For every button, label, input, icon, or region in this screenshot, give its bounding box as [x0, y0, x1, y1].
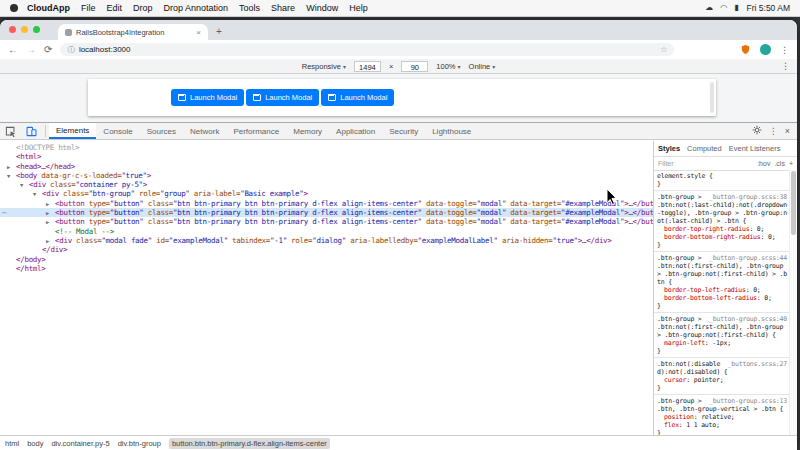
devtools-tab-security[interactable]: Security — [382, 123, 425, 139]
viewport-width-input[interactable]: 1494 — [354, 61, 381, 72]
css-declaration[interactable]: margin-left: -1px; — [657, 339, 787, 347]
back-button[interactable]: ← — [8, 45, 18, 55]
menu-item-share[interactable]: Share — [271, 3, 295, 13]
tree-node[interactable]: ▶<button type="button" class="btn btn-pr… — [0, 199, 653, 208]
breadcrumb-item[interactable]: div.btn-group — [118, 439, 161, 448]
styles-scrollbar[interactable] — [789, 170, 797, 435]
menu-item-drop[interactable]: Drop — [133, 3, 153, 13]
devtools-tab-network[interactable]: Network — [183, 123, 226, 139]
throttling-select[interactable]: Online ▾ — [469, 62, 496, 71]
tab-close-icon[interactable]: × — [196, 28, 201, 37]
launch-modal-button[interactable]: Launch Modal — [321, 89, 394, 106]
tree-node[interactable]: ▶<button type="button" class="btn btn-pr… — [0, 217, 653, 226]
menu-item-window[interactable]: Window — [306, 3, 338, 13]
zoom-window-button[interactable] — [33, 26, 40, 33]
collapse-arrow-icon[interactable]: ▼ — [20, 181, 23, 189]
tree-node[interactable]: ▶<head>…</head> — [0, 162, 653, 171]
expand-arrow-icon[interactable]: ▶ — [46, 209, 49, 217]
tree-node[interactable]: <html> — [0, 152, 653, 161]
stylesheet-link[interactable]: _button-group.scss:44 — [709, 254, 787, 262]
menubar-clock[interactable]: Fri 5:50 AM — [747, 3, 790, 13]
menu-item-edit[interactable]: Edit — [107, 3, 123, 13]
stylesheet-link[interactable]: _button-group.scss:38 — [709, 193, 787, 201]
breadcrumb-item[interactable]: html — [5, 439, 19, 448]
reload-button[interactable]: ⟳ — [44, 45, 52, 55]
css-declaration[interactable]: flex: 1 1 auto; — [657, 421, 787, 429]
breadcrumb-item[interactable]: button.btn.btn-primary.d-flex.align-item… — [169, 438, 330, 449]
settings-gear-icon[interactable] — [752, 125, 762, 137]
forward-button[interactable]: → — [26, 45, 36, 55]
styles-filter-input[interactable]: Filter — [658, 160, 753, 167]
close-window-button[interactable] — [9, 26, 16, 33]
device-toolbar-menu-icon[interactable]: ⋮ — [781, 61, 790, 71]
tree-node[interactable]: <!-- Modal --> — [0, 227, 653, 236]
sidebar-tab-event-listeners[interactable]: Event Listeners — [729, 144, 781, 153]
menu-item-file[interactable]: File — [81, 3, 96, 13]
css-declaration[interactable]: border-top-right-radius: 0; — [657, 225, 787, 233]
wifi-icon[interactable]: ◠ — [720, 4, 727, 12]
extension-shield-icon[interactable] — [740, 44, 751, 55]
expand-arrow-icon[interactable]: ▶ — [46, 218, 49, 226]
new-tab-button[interactable]: + — [216, 27, 222, 37]
browser-tab[interactable]: RailsBootstrap4Integration × — [58, 24, 208, 40]
devtools-tab-sources[interactable]: Sources — [140, 123, 183, 139]
zoom-select[interactable]: 100% ▾ — [436, 62, 460, 71]
bookmark-star-icon[interactable]: ☆ — [660, 45, 667, 54]
collapse-arrow-icon[interactable]: ▼ — [33, 190, 36, 198]
tree-node[interactable]: </div> — [0, 245, 653, 254]
devtools-tab-performance[interactable]: Performance — [226, 123, 286, 139]
inspect-element-icon[interactable] — [0, 126, 21, 137]
menu-item-tools[interactable]: Tools — [239, 3, 260, 13]
css-declaration[interactable]: border-bottom-left-radius: 0; — [657, 294, 787, 302]
tree-node[interactable]: </html> — [0, 264, 653, 273]
collapse-arrow-icon[interactable]: ▼ — [7, 172, 10, 180]
devtools-tab-application[interactable]: Application — [329, 123, 382, 139]
tree-node[interactable]: ⋯▶<button type="button" class="btn btn-p… — [0, 208, 653, 217]
battery-icon[interactable]: ▮ — [734, 4, 738, 12]
profile-avatar[interactable] — [760, 44, 771, 55]
stylesheet-link[interactable]: _button-group.scss:40 — [709, 315, 787, 323]
launch-modal-button[interactable]: Launch Modal — [171, 89, 244, 106]
menubar-app-name[interactable]: CloudApp — [27, 3, 70, 13]
breadcrumb-item[interactable]: div.container.py-5 — [51, 439, 109, 448]
menu-item-drop-annotation[interactable]: Drop Annotation — [164, 3, 229, 13]
minimize-window-button[interactable] — [21, 26, 28, 33]
expand-arrow-icon[interactable]: ▶ — [46, 237, 49, 245]
css-declaration[interactable]: position: relative; — [657, 413, 787, 421]
stylesheet-link[interactable]: _buttons.scss:27 — [728, 360, 787, 368]
styles-filter-button[interactable]: + — [789, 160, 793, 167]
menu-item-help[interactable]: Help — [349, 3, 368, 13]
viewport-height-input[interactable]: 90 — [401, 61, 428, 72]
sidebar-tab-computed[interactable]: Computed — [687, 144, 722, 153]
device-toolbar-toggle-icon[interactable] — [21, 126, 42, 137]
breadcrumb-item[interactable]: body — [27, 439, 43, 448]
sidebar-tab-styles[interactable]: Styles — [658, 144, 680, 153]
browser-menu-icon[interactable]: ⋮ — [780, 45, 789, 55]
css-declaration[interactable]: border-bottom-right-radius: 0; — [657, 233, 787, 241]
rule-selector[interactable]: element.style { — [657, 172, 713, 180]
devtools-menu-icon[interactable]: ⋮ — [769, 126, 778, 136]
stylesheet-link[interactable]: _button-group.scss:13 — [709, 397, 787, 405]
devtools-tab-elements[interactable]: Elements — [49, 123, 96, 139]
tree-node[interactable]: <!DOCTYPE html> — [0, 143, 653, 152]
expand-arrow-icon[interactable]: ▶ — [7, 163, 10, 171]
device-type-select[interactable]: Responsive ▾ — [302, 62, 346, 71]
devtools-close-icon[interactable]: × — [785, 126, 790, 136]
styles-filter-button[interactable]: :hov — [757, 160, 770, 167]
address-bar[interactable]: ⓘ localhost:3000 ☆ — [60, 43, 674, 56]
devtools-tab-lighthouse[interactable]: Lighthouse — [425, 123, 478, 139]
tree-node[interactable]: ▶<div class="modal fade" id="exampleModa… — [0, 236, 653, 245]
scrollbar-thumb[interactable] — [791, 171, 796, 235]
tree-node[interactable]: ▼<div class="btn-group" role="group" ari… — [0, 189, 653, 198]
launch-modal-button[interactable]: Launch Modal — [246, 89, 319, 106]
devtools-tab-console[interactable]: Console — [96, 123, 139, 139]
tree-node[interactable]: </body> — [0, 255, 653, 264]
css-declaration[interactable]: border-top-left-radius: 0; — [657, 286, 787, 294]
cloudapp-status-icon[interactable]: ☁ — [705, 4, 713, 12]
page-info-icon[interactable]: ⓘ — [67, 45, 75, 55]
styles-filter-button[interactable]: .cls — [774, 160, 785, 167]
page-scrollbar[interactable] — [710, 82, 714, 113]
apple-menu-icon[interactable] — [10, 4, 18, 12]
expand-arrow-icon[interactable]: ▶ — [46, 200, 49, 208]
tree-node[interactable]: ▼<body data-gr-c-s-loaded="true"> — [0, 171, 653, 180]
